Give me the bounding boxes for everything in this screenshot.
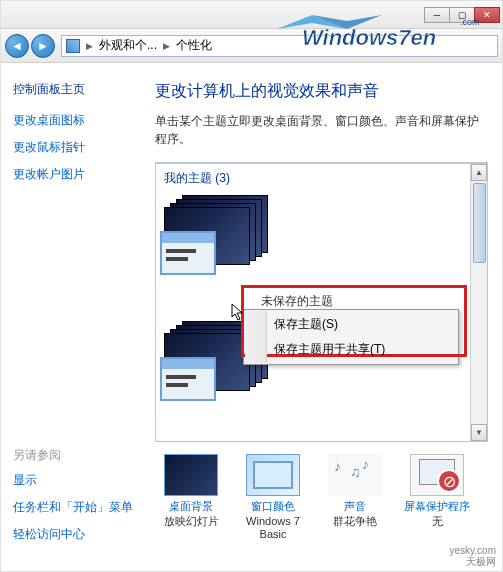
breadcrumb-item[interactable]: 外观和个... [99, 37, 157, 54]
sidebar-link-account-picture[interactable]: 更改帐户图片 [13, 166, 129, 183]
sidebar-link-desktop-icons[interactable]: 更改桌面图标 [13, 112, 129, 129]
window-preview-icon [160, 357, 216, 401]
source-watermark: yesky.com 天极网 [450, 545, 497, 567]
disabled-icon: ⊘ [437, 469, 461, 493]
window-color-option[interactable]: 窗口颜色 Windows 7 Basic [237, 454, 309, 542]
breadcrumb-icon [66, 39, 80, 53]
context-menu-wrap: 保存主题(S) 保存主题用于共享(T) [243, 309, 459, 365]
see-also-taskbar[interactable]: 任务栏和「开始」菜单 [13, 499, 133, 516]
sidebar-title: 控制面板主页 [13, 81, 129, 98]
menu-item-save-theme[interactable]: 保存主题(S) [246, 312, 456, 337]
theme-tile[interactable] [164, 195, 274, 275]
themes-header: 我的主题 (3) [164, 170, 479, 187]
minimize-button[interactable]: ─ [424, 7, 450, 23]
maximize-button[interactable]: ▢ [449, 7, 475, 23]
window-preview-icon [160, 231, 216, 275]
titlebar: ─ ▢ ✕ [1, 1, 502, 29]
screensaver-icon: ⊘ [410, 454, 464, 496]
vertical-scrollbar[interactable]: ▲ ▼ [470, 164, 487, 441]
scroll-down-button[interactable]: ▼ [471, 424, 487, 441]
page-title: 更改计算机上的视觉效果和声音 [155, 81, 488, 102]
context-menu: 保存主题(S) 保存主题用于共享(T) [243, 309, 459, 365]
desktop-background-option[interactable]: 桌面背景 放映幻灯片 [155, 454, 227, 542]
see-also-display[interactable]: 显示 [13, 472, 133, 489]
scrollbar-thumb[interactable] [473, 183, 486, 263]
sidebar-link-mouse-pointers[interactable]: 更改鼠标指针 [13, 139, 129, 156]
back-button[interactable]: ◄ [5, 34, 29, 58]
menu-item-save-theme-share[interactable]: 保存主题用于共享(T) [246, 337, 456, 362]
navbar: ◄ ► ▶ 外观和个... ▶ 个性化 [1, 29, 502, 63]
sidebar-see-also: 另请参阅 显示 任务栏和「开始」菜单 轻松访问中心 [13, 447, 133, 553]
breadcrumb[interactable]: ▶ 外观和个... ▶ 个性化 [61, 35, 498, 57]
chevron-right-icon: ▶ [163, 41, 170, 51]
page-description: 单击某个主题立即更改桌面背景、窗口颜色、声音和屏幕保护程序。 [155, 112, 488, 148]
nav-arrows: ◄ ► [5, 34, 55, 58]
sounds-icon: ♪ ♫ ♪ [328, 454, 382, 496]
bottom-options-row: 桌面背景 放映幻灯片 窗口颜色 Windows 7 Basic ♪ ♫ ♪ 声音… [155, 454, 488, 542]
breadcrumb-item[interactable]: 个性化 [176, 37, 212, 54]
forward-button[interactable]: ► [31, 34, 55, 58]
window-color-icon [246, 454, 300, 496]
screensaver-option[interactable]: ⊘ 屏幕保护程序 无 [401, 454, 473, 542]
sidebar: 控制面板主页 更改桌面图标 更改鼠标指针 更改帐户图片 另请参阅 显示 任务栏和… [1, 63, 141, 571]
close-button[interactable]: ✕ [474, 7, 500, 23]
chevron-right-icon: ▶ [86, 41, 93, 51]
sounds-option[interactable]: ♪ ♫ ♪ 声音 群花争艳 [319, 454, 391, 542]
desktop-background-icon [164, 454, 218, 496]
scroll-up-button[interactable]: ▲ [471, 164, 487, 181]
see-also-ease-access[interactable]: 轻松访问中心 [13, 526, 133, 543]
theme-unsaved-label: 未保存的主题 [261, 293, 333, 310]
cursor-icon [231, 303, 247, 323]
see-also-header: 另请参阅 [13, 447, 133, 464]
